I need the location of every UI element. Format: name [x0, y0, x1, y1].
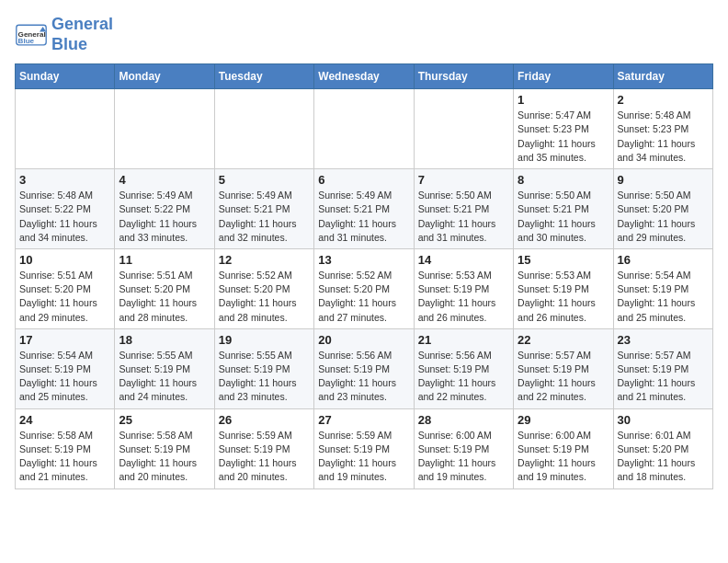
day-number: 13 — [318, 253, 409, 267]
day-info: Sunrise: 5:53 AM Sunset: 5:19 PM Dayligh… — [418, 269, 509, 325]
calendar-cell: 28Sunrise: 6:00 AM Sunset: 5:19 PM Dayli… — [414, 408, 513, 488]
calendar-week-row: 10Sunrise: 5:51 AM Sunset: 5:20 PM Dayli… — [16, 248, 713, 328]
page-header: General Blue GeneralBlue — [15, 15, 713, 54]
day-info: Sunrise: 5:50 AM Sunset: 5:21 PM Dayligh… — [518, 189, 609, 245]
calendar-cell: 6Sunrise: 5:49 AM Sunset: 5:21 PM Daylig… — [314, 169, 414, 249]
calendar-cell: 11Sunrise: 5:51 AM Sunset: 5:20 PM Dayli… — [115, 248, 214, 328]
day-number: 28 — [418, 413, 509, 427]
day-info: Sunrise: 5:49 AM Sunset: 5:21 PM Dayligh… — [318, 189, 409, 245]
day-number: 10 — [19, 253, 110, 267]
day-number: 8 — [518, 173, 609, 187]
calendar-cell: 26Sunrise: 5:59 AM Sunset: 5:19 PM Dayli… — [214, 408, 313, 488]
calendar-cell: 12Sunrise: 5:52 AM Sunset: 5:20 PM Dayli… — [214, 248, 313, 328]
calendar-cell: 27Sunrise: 5:59 AM Sunset: 5:19 PM Dayli… — [314, 408, 414, 488]
day-info: Sunrise: 6:00 AM Sunset: 5:19 PM Dayligh… — [418, 429, 509, 485]
day-number: 24 — [19, 413, 110, 427]
calendar-cell — [414, 89, 513, 169]
calendar-cell: 10Sunrise: 5:51 AM Sunset: 5:20 PM Dayli… — [16, 248, 115, 328]
day-of-week-header: Monday — [115, 64, 214, 89]
day-number: 7 — [418, 173, 509, 187]
calendar-cell: 16Sunrise: 5:54 AM Sunset: 5:19 PM Dayli… — [613, 248, 712, 328]
calendar-cell: 17Sunrise: 5:54 AM Sunset: 5:19 PM Dayli… — [16, 328, 115, 408]
calendar-cell: 29Sunrise: 6:00 AM Sunset: 5:19 PM Dayli… — [514, 408, 613, 488]
calendar-cell: 1Sunrise: 5:47 AM Sunset: 5:23 PM Daylig… — [514, 89, 613, 169]
logo: General Blue GeneralBlue — [15, 15, 113, 54]
day-info: Sunrise: 5:59 AM Sunset: 5:19 PM Dayligh… — [219, 429, 310, 485]
day-number: 29 — [518, 413, 609, 427]
calendar-cell — [115, 89, 214, 169]
day-of-week-header: Thursday — [414, 64, 513, 89]
calendar-cell: 14Sunrise: 5:53 AM Sunset: 5:19 PM Dayli… — [414, 248, 513, 328]
day-number: 19 — [219, 333, 310, 347]
day-info: Sunrise: 5:55 AM Sunset: 5:19 PM Dayligh… — [119, 349, 210, 405]
day-info: Sunrise: 5:48 AM Sunset: 5:23 PM Dayligh… — [618, 109, 709, 165]
calendar-cell: 15Sunrise: 5:53 AM Sunset: 5:19 PM Dayli… — [514, 248, 613, 328]
day-number: 20 — [318, 333, 409, 347]
day-of-week-header: Sunday — [16, 64, 115, 89]
day-number: 1 — [518, 93, 609, 107]
calendar-cell: 19Sunrise: 5:55 AM Sunset: 5:19 PM Dayli… — [214, 328, 313, 408]
calendar-cell: 22Sunrise: 5:57 AM Sunset: 5:19 PM Dayli… — [514, 328, 613, 408]
calendar-cell: 2Sunrise: 5:48 AM Sunset: 5:23 PM Daylig… — [613, 89, 712, 169]
calendar-cell: 18Sunrise: 5:55 AM Sunset: 5:19 PM Dayli… — [115, 328, 214, 408]
day-info: Sunrise: 5:57 AM Sunset: 5:19 PM Dayligh… — [518, 349, 609, 405]
calendar-cell: 21Sunrise: 5:56 AM Sunset: 5:19 PM Dayli… — [414, 328, 513, 408]
calendar-cell: 13Sunrise: 5:52 AM Sunset: 5:20 PM Dayli… — [314, 248, 414, 328]
day-info: Sunrise: 6:01 AM Sunset: 5:20 PM Dayligh… — [618, 429, 709, 485]
logo-icon: General Blue — [15, 18, 48, 52]
calendar-week-row: 17Sunrise: 5:54 AM Sunset: 5:19 PM Dayli… — [16, 328, 713, 408]
calendar-cell: 24Sunrise: 5:58 AM Sunset: 5:19 PM Dayli… — [16, 408, 115, 488]
calendar-cell: 9Sunrise: 5:50 AM Sunset: 5:20 PM Daylig… — [613, 169, 712, 249]
day-number: 22 — [518, 333, 609, 347]
calendar-week-row: 1Sunrise: 5:47 AM Sunset: 5:23 PM Daylig… — [16, 89, 713, 169]
day-info: Sunrise: 5:57 AM Sunset: 5:19 PM Dayligh… — [618, 349, 709, 405]
calendar-cell: 8Sunrise: 5:50 AM Sunset: 5:21 PM Daylig… — [514, 169, 613, 249]
day-number: 6 — [318, 173, 409, 187]
day-info: Sunrise: 5:50 AM Sunset: 5:21 PM Dayligh… — [418, 189, 509, 245]
day-of-week-header: Friday — [514, 64, 613, 89]
calendar-cell: 25Sunrise: 5:58 AM Sunset: 5:19 PM Dayli… — [115, 408, 214, 488]
day-number: 15 — [518, 253, 609, 267]
day-info: Sunrise: 5:53 AM Sunset: 5:19 PM Dayligh… — [518, 269, 609, 325]
calendar-cell — [314, 89, 414, 169]
day-of-week-header: Saturday — [613, 64, 712, 89]
calendar-cell: 3Sunrise: 5:48 AM Sunset: 5:22 PM Daylig… — [16, 169, 115, 249]
day-info: Sunrise: 5:49 AM Sunset: 5:22 PM Dayligh… — [119, 189, 210, 245]
day-number: 17 — [19, 333, 110, 347]
day-info: Sunrise: 5:51 AM Sunset: 5:20 PM Dayligh… — [19, 269, 110, 325]
svg-text:Blue: Blue — [18, 37, 35, 45]
day-number: 25 — [119, 413, 210, 427]
day-info: Sunrise: 5:59 AM Sunset: 5:19 PM Dayligh… — [318, 429, 409, 485]
calendar-cell: 23Sunrise: 5:57 AM Sunset: 5:19 PM Dayli… — [613, 328, 712, 408]
day-number: 5 — [219, 173, 310, 187]
calendar-header-row: SundayMondayTuesdayWednesdayThursdayFrid… — [16, 64, 713, 89]
day-of-week-header: Tuesday — [214, 64, 313, 89]
day-number: 2 — [618, 93, 709, 107]
day-number: 12 — [219, 253, 310, 267]
day-info: Sunrise: 6:00 AM Sunset: 5:19 PM Dayligh… — [518, 429, 609, 485]
day-info: Sunrise: 5:58 AM Sunset: 5:19 PM Dayligh… — [19, 429, 110, 485]
calendar-cell — [16, 89, 115, 169]
day-number: 23 — [618, 333, 709, 347]
day-info: Sunrise: 5:54 AM Sunset: 5:19 PM Dayligh… — [19, 349, 110, 405]
day-info: Sunrise: 5:58 AM Sunset: 5:19 PM Dayligh… — [119, 429, 210, 485]
day-number: 27 — [318, 413, 409, 427]
calendar-table: SundayMondayTuesdayWednesdayThursdayFrid… — [15, 63, 713, 488]
calendar-cell: 7Sunrise: 5:50 AM Sunset: 5:21 PM Daylig… — [414, 169, 513, 249]
day-info: Sunrise: 5:49 AM Sunset: 5:21 PM Dayligh… — [219, 189, 310, 245]
calendar-cell: 30Sunrise: 6:01 AM Sunset: 5:20 PM Dayli… — [613, 408, 712, 488]
day-info: Sunrise: 5:55 AM Sunset: 5:19 PM Dayligh… — [219, 349, 310, 405]
day-of-week-header: Wednesday — [314, 64, 414, 89]
day-info: Sunrise: 5:56 AM Sunset: 5:19 PM Dayligh… — [318, 349, 409, 405]
calendar-week-row: 3Sunrise: 5:48 AM Sunset: 5:22 PM Daylig… — [16, 169, 713, 249]
day-info: Sunrise: 5:50 AM Sunset: 5:20 PM Dayligh… — [618, 189, 709, 245]
day-number: 4 — [119, 173, 210, 187]
calendar-cell: 20Sunrise: 5:56 AM Sunset: 5:19 PM Dayli… — [314, 328, 414, 408]
day-number: 26 — [219, 413, 310, 427]
calendar-cell — [214, 89, 313, 169]
day-info: Sunrise: 5:52 AM Sunset: 5:20 PM Dayligh… — [219, 269, 310, 325]
day-info: Sunrise: 5:54 AM Sunset: 5:19 PM Dayligh… — [618, 269, 709, 325]
calendar-week-row: 24Sunrise: 5:58 AM Sunset: 5:19 PM Dayli… — [16, 408, 713, 488]
calendar-cell: 5Sunrise: 5:49 AM Sunset: 5:21 PM Daylig… — [214, 169, 313, 249]
day-number: 16 — [618, 253, 709, 267]
